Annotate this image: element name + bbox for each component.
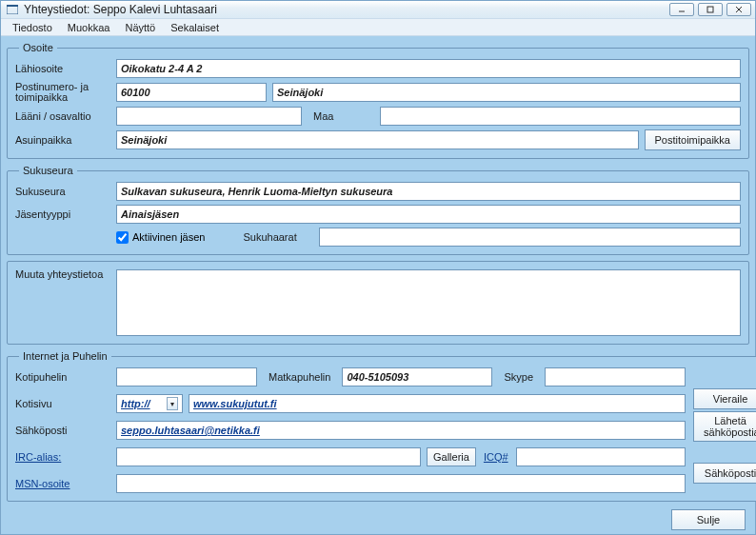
client-area: Osoite Lähiosoite Postinumero- ja toimip…: [1, 36, 755, 534]
residence-input[interactable]: [116, 130, 639, 149]
send-email-button[interactable]: Lähetä sähköpostia: [693, 411, 756, 442]
residence-label: Asuinpaikka: [15, 134, 110, 146]
country-input[interactable]: [380, 107, 741, 126]
minimize-button[interactable]: [669, 3, 694, 16]
email-button[interactable]: Sähköposti: [693, 463, 756, 484]
icq-input[interactable]: [516, 447, 686, 466]
mobile-input[interactable]: [342, 367, 492, 386]
app-icon: [5, 2, 20, 17]
email-label: Sähköposti: [15, 425, 110, 436]
other-group: Muuta yhteystietoa: [7, 261, 749, 345]
branches-label: Sukuhaarat: [237, 231, 313, 243]
homephone-label: Kotipuhelin: [15, 371, 110, 383]
country-label: Maa: [308, 110, 374, 122]
society-legend: Sukuseura: [19, 165, 77, 176]
active-member-checkbox[interactable]: [116, 231, 129, 244]
msn-label[interactable]: MSN-osoite: [15, 478, 110, 489]
other-label: Muuta yhteystietoa: [15, 269, 110, 336]
internet-legend: Internet ja Puhelin: [19, 350, 111, 362]
branches-input[interactable]: [319, 228, 741, 247]
email-input[interactable]: [116, 421, 686, 440]
menu-misc[interactable]: Sekalaiset: [163, 20, 227, 35]
window-frame: Yhteystiedot: Seppo Kalevi Luhtasaari Ti…: [0, 0, 756, 535]
svg-rect-3: [707, 7, 713, 12]
society-label: Sukuseura: [15, 186, 110, 197]
state-label: Lääni / osavaltio: [15, 110, 110, 122]
maximize-button[interactable]: [698, 3, 723, 16]
street-input[interactable]: [116, 59, 741, 78]
protocol-dropdown[interactable]: http:// ▾: [116, 394, 183, 413]
menu-view[interactable]: Näyttö: [117, 20, 163, 35]
mobile-label: Matkapuhelin: [263, 371, 336, 383]
postal-code-input[interactable]: [116, 83, 267, 102]
state-input[interactable]: [116, 107, 302, 126]
skype-label: Skype: [498, 371, 539, 383]
visit-button[interactable]: Vieraile: [693, 388, 756, 409]
postoffice-button[interactable]: Postitoimipaikka: [645, 129, 741, 150]
menubar: Tiedosto Muokkaa Näyttö Sekalaiset: [1, 19, 755, 36]
postal-city-input[interactable]: [272, 83, 741, 102]
other-textarea[interactable]: [116, 269, 741, 336]
homepage-input[interactable]: [189, 394, 686, 413]
address-group: Osoite Lähiosoite Postinumero- ja toimip…: [7, 42, 749, 159]
chevron-down-icon: ▾: [167, 397, 178, 410]
protocol-value: http://: [121, 398, 150, 409]
msn-input[interactable]: [116, 474, 686, 493]
window-title: Yhteystiedot: Seppo Kalevi Luhtasaari: [24, 3, 669, 16]
gallery-button[interactable]: Galleria: [427, 447, 476, 466]
street-label: Lähiosoite: [15, 63, 110, 74]
society-input[interactable]: [116, 182, 741, 201]
skype-input[interactable]: [545, 367, 686, 386]
svg-rect-1: [7, 5, 18, 7]
membertype-label: Jäsentyyppi: [15, 208, 110, 220]
menu-edit[interactable]: Muokkaa: [60, 20, 118, 35]
irc-label[interactable]: IRC-alias:: [15, 451, 110, 463]
society-group: Sukuseura Sukuseura Jäsentyyppi Aktiivin…: [7, 165, 749, 255]
internet-group: Internet ja Puhelin Kotipuhelin Matkapuh…: [7, 350, 756, 502]
homepage-label: Kotisivu: [15, 398, 110, 409]
homephone-input[interactable]: [116, 367, 257, 386]
menu-file[interactable]: Tiedosto: [5, 20, 60, 35]
titlebar: Yhteystiedot: Seppo Kalevi Luhtasaari: [1, 1, 755, 19]
close-button[interactable]: [726, 3, 751, 16]
active-member-label: Aktiivinen jäsen: [132, 231, 205, 243]
address-legend: Osoite: [19, 42, 57, 53]
membertype-input[interactable]: [116, 205, 741, 224]
footer-bar: Sulje: [7, 507, 749, 530]
icq-label[interactable]: ICQ#: [484, 451, 508, 463]
irc-input[interactable]: [116, 447, 421, 466]
postal-label: Postinumero- ja toimipaikka: [15, 82, 110, 103]
close-form-button[interactable]: Sulje: [671, 509, 746, 530]
